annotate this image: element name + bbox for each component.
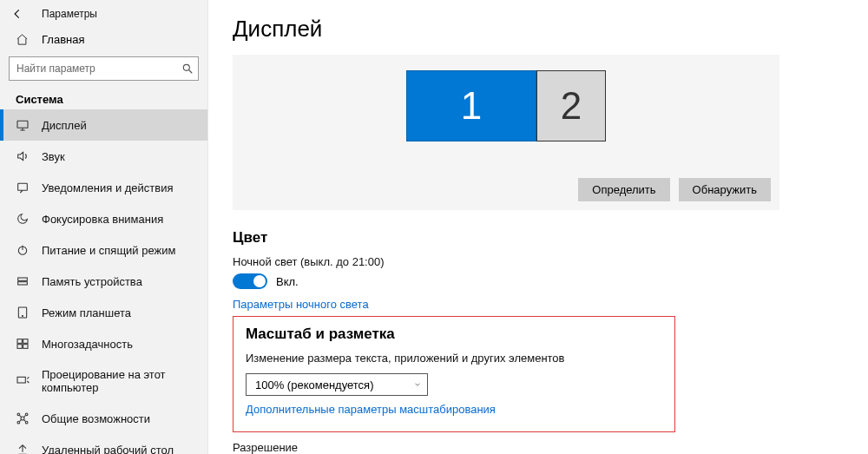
tablet-icon — [16, 306, 30, 319]
sidebar-item-label: Уведомления и действия — [42, 181, 174, 194]
svg-point-16 — [17, 421, 20, 424]
projecting-icon — [16, 374, 30, 388]
svg-rect-4 — [18, 278, 28, 280]
scale-section-highlight: Масштаб и разметка Изменение размера тек… — [233, 316, 675, 432]
search-input[interactable] — [9, 56, 199, 81]
resolution-label: Разрешение — [233, 441, 844, 454]
svg-point-17 — [25, 421, 28, 424]
sidebar-item-label: Дисплей — [42, 119, 87, 132]
sidebar-item-focus[interactable]: Фокусировка внимания — [0, 203, 207, 234]
sidebar-item-notifications[interactable]: Уведомления и действия — [0, 172, 207, 203]
svg-rect-8 — [17, 339, 22, 344]
svg-rect-1 — [17, 121, 28, 128]
sidebar-item-label: Память устройства — [42, 275, 142, 288]
svg-rect-10 — [17, 345, 22, 349]
nightlight-label: Ночной свет (выкл. до 21:00) — [233, 255, 844, 268]
back-button[interactable] — [10, 7, 24, 21]
svg-point-15 — [25, 413, 28, 416]
main-content: Дисплей 1 2 Определить Обнаружить Цвет Н… — [208, 0, 868, 454]
home-label: Главная — [42, 33, 84, 46]
sound-icon — [16, 149, 30, 163]
section-heading: Система — [0, 88, 207, 109]
svg-rect-12 — [17, 377, 25, 383]
home-nav[interactable]: Главная — [0, 26, 207, 53]
identify-button[interactable]: Определить — [578, 178, 669, 201]
scale-heading: Масштаб и разметка — [246, 326, 662, 343]
notifications-icon — [16, 181, 30, 194]
sidebar-item-multitask[interactable]: Многозадачность — [0, 328, 207, 359]
sidebar-item-label: Питание и спящий режим — [42, 244, 175, 257]
advanced-scaling-link[interactable]: Дополнительные параметры масштабирования — [246, 403, 496, 416]
title-bar: Параметры — [0, 0, 207, 26]
sidebar-item-shared[interactable]: Общие возможности — [0, 403, 207, 434]
sidebar-item-label: Звук — [42, 150, 65, 163]
nightlight-settings-link[interactable]: Параметры ночного света — [233, 298, 369, 311]
sidebar-item-display[interactable]: Дисплей — [0, 109, 207, 141]
svg-rect-11 — [23, 345, 28, 349]
svg-rect-9 — [23, 339, 28, 344]
sidebar-item-label: Проецирование на этот компьютер — [42, 368, 192, 394]
svg-point-14 — [17, 413, 20, 416]
scale-label: Изменение размера текста, приложений и д… — [246, 352, 662, 365]
color-heading: Цвет — [233, 229, 844, 247]
detect-button[interactable]: Обнаружить — [679, 178, 771, 201]
back-icon — [11, 8, 23, 20]
shared-icon — [16, 411, 30, 425]
sidebar-item-remote[interactable]: Удаленный рабочий стол — [0, 434, 207, 454]
monitor-1[interactable]: 1 — [406, 70, 536, 141]
sidebar-item-storage[interactable]: Память устройства — [0, 266, 207, 297]
multitask-icon — [16, 337, 30, 351]
window-title: Параметры — [42, 8, 97, 20]
display-arrange-panel: 1 2 Определить Обнаружить — [233, 55, 779, 210]
sidebar: Параметры Главная Система Дисплей — [0, 0, 208, 454]
svg-rect-2 — [18, 183, 28, 190]
sidebar-item-label: Фокусировка внимания — [42, 213, 163, 226]
monitor-2[interactable]: 2 — [536, 70, 606, 141]
sidebar-item-power[interactable]: Питание и спящий режим — [0, 234, 207, 266]
sidebar-item-label: Многозадачность — [42, 338, 133, 351]
sidebar-item-projecting[interactable]: Проецирование на этот компьютер — [0, 359, 207, 403]
remote-icon — [16, 443, 30, 454]
power-icon — [16, 243, 30, 257]
page-title: Дисплей — [233, 16, 844, 43]
sidebar-item-label: Общие возможности — [42, 412, 150, 425]
svg-rect-5 — [18, 282, 28, 285]
nightlight-toggle[interactable] — [233, 273, 267, 289]
storage-icon — [16, 274, 30, 288]
sidebar-item-label: Режим планшета — [42, 306, 131, 319]
svg-point-7 — [22, 315, 23, 316]
toggle-state-text: Вкл. — [276, 275, 299, 288]
sidebar-item-tablet[interactable]: Режим планшета — [0, 297, 207, 328]
scale-select[interactable]: 100% (рекомендуется) — [246, 373, 428, 396]
sidebar-item-sound[interactable]: Звук — [0, 141, 207, 172]
focus-icon — [16, 212, 30, 226]
search-wrap — [0, 53, 207, 88]
home-icon — [16, 33, 30, 46]
display-icon — [16, 118, 30, 132]
sidebar-item-label: Удаленный рабочий стол — [42, 444, 174, 455]
scale-value: 100% (рекомендуется) — [255, 378, 373, 391]
chevron-down-icon — [413, 380, 422, 389]
